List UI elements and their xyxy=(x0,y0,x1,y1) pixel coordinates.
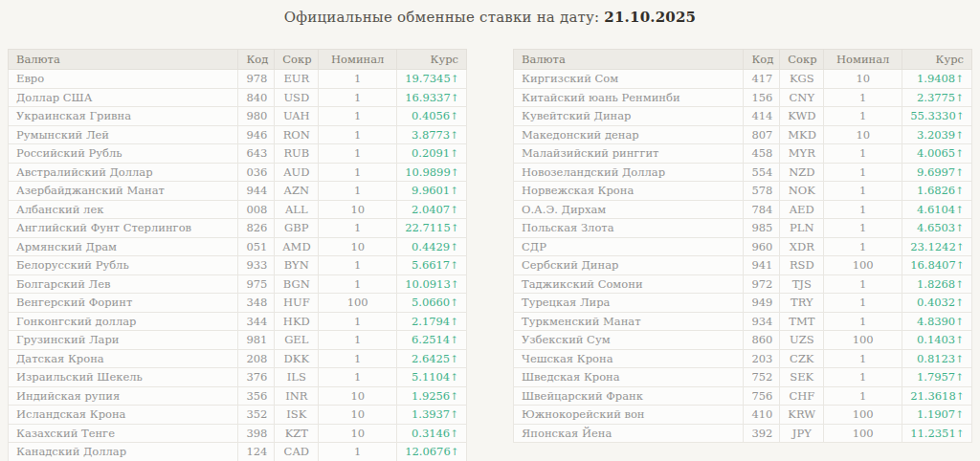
rate-cell: 1.3937↑ xyxy=(397,406,467,425)
currency-abbr-cell: JPY xyxy=(780,424,824,443)
rate-value: 22.7115 xyxy=(405,221,451,234)
currency-name-cell: Норвежская Крона xyxy=(514,182,744,201)
currency-name-cell: Грузинский Лари xyxy=(9,331,238,350)
currency-abbr-cell: UAH xyxy=(275,107,319,126)
currency-name-cell: Белорусский Рубль xyxy=(9,256,238,275)
rate-up-arrow-icon: ↑ xyxy=(956,241,965,252)
rate-up-arrow-icon: ↑ xyxy=(450,408,458,420)
nominal-cell: 100 xyxy=(824,424,902,443)
rate-up-arrow-icon: ↑ xyxy=(955,185,964,196)
rate-cell: 5.1104↑ xyxy=(397,368,467,387)
nominal-cell: 1 xyxy=(319,182,397,201)
rate-value: 1.6826 xyxy=(917,184,955,197)
rate-value: 9.6997 xyxy=(917,165,955,179)
rate-up-arrow-icon: ↑ xyxy=(956,110,965,121)
table-row: СДР960XDR123.1242↑ xyxy=(514,237,972,256)
currency-code-cell: 756 xyxy=(744,386,780,406)
rate-value: 0.4056 xyxy=(412,109,450,122)
rate-cell: 2.6425↑ xyxy=(397,349,467,368)
rate-cell: 3.2039↑ xyxy=(902,125,972,144)
table-header-row: ВалютаКодСокрНоминалКурс xyxy=(514,50,972,70)
table-row: Казахский Тенге398KZT100.3146↑ xyxy=(9,424,467,443)
table-row: Шведская Крона752SEK11.7957↑ xyxy=(514,368,972,387)
nominal-cell: 1 xyxy=(319,219,397,238)
rate-value: 0.3146 xyxy=(412,427,450,440)
currency-abbr-cell: NZD xyxy=(780,163,824,182)
table-row: Таджикский Сомони972TJS11.8268↑ xyxy=(514,274,972,294)
currency-abbr-cell: RUB xyxy=(275,144,319,164)
currency-code-cell: 981 xyxy=(238,331,275,350)
currency-code-cell: 356 xyxy=(238,386,275,406)
rate-value: 55.3330 xyxy=(910,109,956,122)
rate-up-arrow-icon: ↑ xyxy=(451,166,459,178)
currency-abbr-cell: AMD xyxy=(275,237,319,256)
currency-name-cell: Швейцарский Франк xyxy=(514,386,744,406)
currency-code-cell: 643 xyxy=(238,144,275,164)
rate-cell: 2.0407↑ xyxy=(397,200,467,219)
rate-up-arrow-icon: ↑ xyxy=(451,73,459,84)
rate-cell: 1.9256↑ xyxy=(397,386,467,406)
rate-value: 1.9408 xyxy=(917,72,955,85)
rate-cell: 2.3775↑ xyxy=(902,88,972,107)
nominal-cell: 1 xyxy=(319,256,397,275)
currency-name-cell: Датская Крона xyxy=(9,349,238,368)
rate-up-arrow-icon: ↑ xyxy=(450,204,458,215)
table-row: Белорусский Рубль933BYN15.6617↑ xyxy=(9,256,467,275)
currency-name-cell: Исландская Крона xyxy=(9,406,238,425)
rate-value: 4.6503 xyxy=(917,221,955,234)
rates-tables-container: ВалютаКодСокрНоминалКурсЕвро978EUR119.73… xyxy=(0,49,980,461)
rate-cell: 23.1242↑ xyxy=(902,237,972,256)
currency-abbr-cell: UZS xyxy=(780,331,824,350)
rate-value: 0.4429 xyxy=(412,240,450,253)
currency-code-cell: 578 xyxy=(744,182,780,201)
rate-value: 5.6617 xyxy=(412,258,450,272)
rate-value: 1.9256 xyxy=(412,389,450,403)
table-row: Румынский Лей946RON13.8773↑ xyxy=(9,125,467,144)
rate-value: 4.6104 xyxy=(917,203,955,216)
rate-cell: 9.9601↑ xyxy=(397,182,467,201)
rate-value: 0.4032 xyxy=(917,296,955,309)
currency-code-cell: 934 xyxy=(744,312,780,331)
rate-cell: 0.2091↑ xyxy=(397,144,467,164)
rate-up-arrow-icon: ↑ xyxy=(450,259,458,271)
rate-cell: 16.8407↑ xyxy=(902,256,972,275)
currency-abbr-cell: NOK xyxy=(780,182,824,201)
nominal-cell: 10 xyxy=(319,237,397,256)
currency-name-cell: Южнокорейский вон xyxy=(514,406,744,425)
currency-abbr-cell: HKD xyxy=(275,312,319,331)
currency-abbr-cell: CNY xyxy=(780,88,824,107)
rate-cell: 4.8390↑ xyxy=(902,312,972,331)
currency-code-cell: 348 xyxy=(238,294,275,313)
table-row: Сербский Динар941RSD10016.8407↑ xyxy=(514,256,972,275)
rate-up-arrow-icon: ↑ xyxy=(955,166,964,178)
table-row: Венгерский Форинт348HUF1005.0660↑ xyxy=(9,294,467,313)
currency-name-cell: Таджикский Сомони xyxy=(514,274,744,294)
nominal-cell: 100 xyxy=(824,406,902,425)
rate-up-arrow-icon: ↑ xyxy=(450,371,458,383)
column-header-nominal: Номинал xyxy=(824,50,902,70)
nominal-cell: 1 xyxy=(319,88,397,107)
nominal-cell: 1 xyxy=(824,274,902,294)
rate-value: 1.8268 xyxy=(917,277,955,291)
currency-abbr-cell: TJS xyxy=(780,274,824,294)
currency-code-cell: 840 xyxy=(238,88,275,107)
currency-code-cell: 414 xyxy=(744,107,780,126)
nominal-cell: 10 xyxy=(319,386,397,406)
rate-value: 5.1104 xyxy=(412,370,450,384)
table-row: Евро978EUR119.7345↑ xyxy=(9,70,467,89)
nominal-cell: 1 xyxy=(319,368,397,387)
rate-up-arrow-icon: ↑ xyxy=(450,147,458,159)
currency-code-cell: 860 xyxy=(744,331,780,350)
table-row: Швейцарский Франк756CHF121.3618↑ xyxy=(514,386,972,406)
nominal-cell: 1 xyxy=(319,274,397,294)
rate-cell: 0.1403↑ xyxy=(902,331,972,350)
rate-cell: 2.1794↑ xyxy=(397,312,467,331)
currency-name-cell: Израильский Шекель xyxy=(9,368,238,387)
nominal-cell: 1 xyxy=(824,144,902,164)
currency-code-cell: 417 xyxy=(744,70,780,89)
rate-value: 5.0660 xyxy=(412,296,450,309)
nominal-cell: 1 xyxy=(319,107,397,126)
currency-name-cell: Кувейтский Динар xyxy=(514,107,744,126)
currency-code-cell: 972 xyxy=(744,274,780,294)
rate-up-arrow-icon: ↑ xyxy=(450,241,458,252)
